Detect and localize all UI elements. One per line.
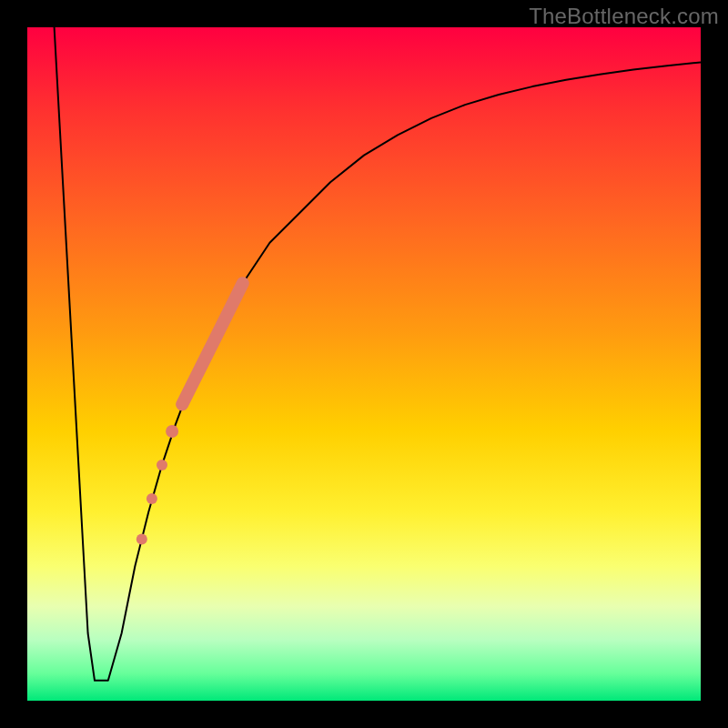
series-curve [55, 27, 701, 681]
marker-thick-segment [182, 283, 243, 404]
watermark-label: TheBottleneck.com [529, 4, 719, 29]
marker-dot-4 [136, 533, 147, 544]
curve-svg [27, 27, 701, 701]
chart-frame: TheBottleneck.com [0, 0, 728, 728]
marker-dot-3 [147, 493, 157, 504]
plot-area [27, 27, 701, 701]
marker-dot-2 [157, 460, 167, 470]
marker-dot-1 [166, 425, 178, 438]
